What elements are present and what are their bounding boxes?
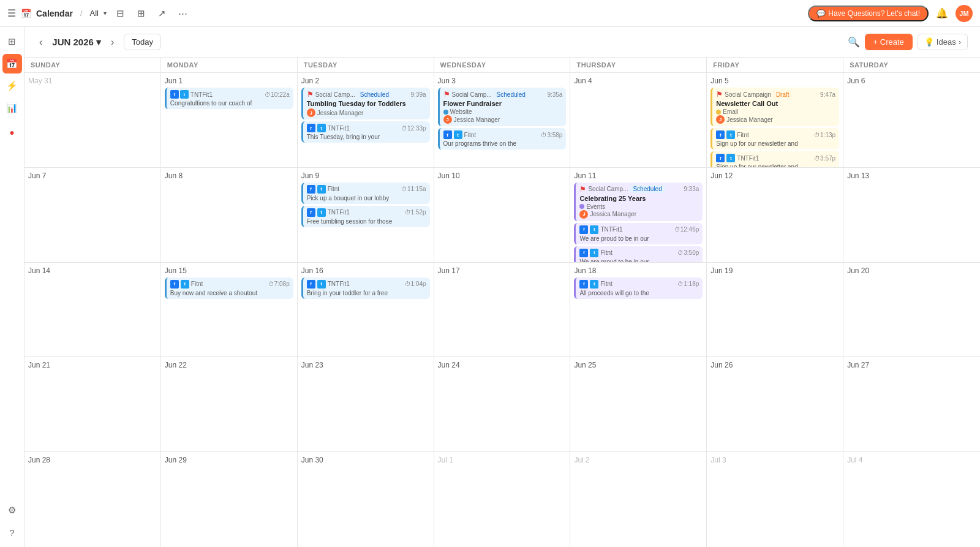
event-card[interactable]: f t Fitnt ⏱7:08p Buy now and receive a s… xyxy=(165,277,293,299)
event-card-tumbling[interactable]: ⚑ Social Camp... Scheduled 9:39a Tumblin… xyxy=(301,88,430,119)
search-button[interactable]: 🔍 xyxy=(848,36,860,48)
ideas-button[interactable]: 💡 Ideas › xyxy=(918,34,968,50)
event-platform: f t Fitnt xyxy=(170,280,203,289)
event-platform: f t Fitnt xyxy=(443,130,476,139)
event-body: We are proud to be in our xyxy=(579,258,699,262)
share-button[interactable]: ↗ xyxy=(153,5,170,22)
status-badge: Scheduled xyxy=(494,91,529,99)
cell-jun10: Jun 10 xyxy=(434,168,571,262)
event-body: Buy now and receive a shoutout xyxy=(170,290,290,296)
dot-email xyxy=(716,110,721,115)
event-card[interactable]: f t TNTFit1 ⏱10:22a Congratultions to ou… xyxy=(165,88,293,109)
breadcrumb-sep: / xyxy=(80,9,83,18)
menu-icon[interactable]: ☰ xyxy=(7,7,16,19)
prev-month-button[interactable]: ‹ xyxy=(37,34,45,50)
event-time: ⏱3:58p xyxy=(541,132,562,138)
sidebar-item-activity[interactable]: ⚡ xyxy=(2,76,22,96)
cell-jun30: Jun 30 xyxy=(298,452,434,547)
cell-jul3: Jul 3 xyxy=(707,452,843,547)
today-button[interactable]: Today xyxy=(124,34,161,50)
platform-name: TNTFit1 xyxy=(737,155,759,162)
event-time: 9:35a xyxy=(547,91,562,98)
day-headers: Sunday Monday Tuesday Wednesday Thursday… xyxy=(24,58,980,73)
event-body: This Tuesday, bring in your xyxy=(307,134,426,140)
month-title[interactable]: JUN 2026 ▾ xyxy=(52,37,101,48)
date-label: Jul 1 xyxy=(438,456,567,464)
event-card[interactable]: f t TNTFit1 ⏱12:33p This Tuesday, bring … xyxy=(301,121,430,143)
date-label: Jun 20 xyxy=(847,266,976,275)
event-header: f t TNTFit1 ⏱12:33p xyxy=(307,124,426,132)
facebook-icon: f xyxy=(307,124,315,132)
event-card-newsletter[interactable]: ⚑ Social Campaign Draft 9:47a Newsletter… xyxy=(710,88,839,126)
create-button[interactable]: + Create xyxy=(865,34,913,50)
date-label: Jun 3 xyxy=(438,77,567,85)
sidebar-item-analytics[interactable]: 📊 xyxy=(2,98,22,118)
cell-jun28: Jun 28 xyxy=(24,452,161,547)
event-card[interactable]: f t TNTFit1 ⏱12:46p We are proud to be i… xyxy=(574,223,703,244)
twitter-icon: t xyxy=(317,280,326,289)
view-button[interactable]: ⊞ xyxy=(132,5,149,22)
date-label: Jun 12 xyxy=(710,172,839,180)
event-card[interactable]: f t Fitnt ⏱3:50p We are proud to be in o… xyxy=(574,246,703,262)
event-card[interactable]: f t TNTFit1 ⏱1:04p Bring in your toddler… xyxy=(301,277,430,299)
platform-name: Fitnt xyxy=(600,281,612,287)
facebook-icon: f xyxy=(716,130,725,139)
sidebar-item-settings[interactable]: ⚙ xyxy=(2,500,22,520)
event-card[interactable]: f t Fitnt ⏱3:58p Our programs thrive on … xyxy=(438,128,567,149)
platform-name: Social Camp... xyxy=(315,91,355,98)
bell-icon[interactable]: 🔔 xyxy=(936,7,948,19)
date-label: Jun 11 xyxy=(574,172,703,180)
cell-jul1: Jul 1 xyxy=(434,452,571,547)
date-label: Jun 14 xyxy=(28,266,157,275)
week-1: May 31 Jun 1 f t TNTFit1 xyxy=(24,73,980,168)
cell-jun12: Jun 12 xyxy=(707,168,843,262)
event-platform: f t TNTFit1 xyxy=(716,154,759,162)
day-header-fri: Friday xyxy=(707,58,843,72)
event-card[interactable]: f t TNTFit1 ⏱3:57p Sign up for our newsl… xyxy=(710,151,839,167)
filter-button[interactable]: ⊟ xyxy=(111,5,129,22)
date-label: Jun 19 xyxy=(710,266,839,275)
event-time: 9:33a xyxy=(684,186,699,192)
date-label: Jun 27 xyxy=(847,361,976,369)
facebook-icon: f xyxy=(443,130,452,139)
day-header-wed: Wednesday xyxy=(434,58,571,72)
cell-jun19: Jun 19 xyxy=(707,263,843,357)
week-5: Jun 28 Jun 29 Jun 30 Jul 1 Jul 2 Jul 3 xyxy=(24,452,980,547)
sidebar-item-notifications[interactable]: ● xyxy=(2,123,22,142)
sidebar-item-calendar[interactable]: 📅 xyxy=(2,54,22,74)
event-card-flower[interactable]: ⚑ Social Camp... Scheduled 9:35a Flower … xyxy=(438,88,567,126)
cell-jun7: Jun 7 xyxy=(24,168,161,262)
date-label: Jun 25 xyxy=(574,361,703,369)
cell-jul2: Jul 2 xyxy=(570,452,707,547)
more-options-button[interactable]: ⋯ xyxy=(174,5,191,22)
chat-prompt-button[interactable]: 💬 Have Questions? Let's chat! xyxy=(808,6,929,21)
breadcrumb-chevron-icon[interactable]: ▾ xyxy=(104,10,107,17)
category-name: Website xyxy=(450,108,472,115)
event-time: ⏱7:08p xyxy=(268,281,290,287)
week-3: Jun 14 Jun 15 f t Fitnt ⏱7:08p xyxy=(24,263,980,358)
day-header-mon: Monday xyxy=(161,58,298,72)
event-header: f t Fitnt ⏱1:18p xyxy=(579,280,699,289)
next-month-button[interactable]: › xyxy=(108,34,116,50)
event-card[interactable]: f t Fitnt ⏱1:18p All proceeds will go to… xyxy=(574,277,703,299)
event-card[interactable]: f t Fitnt ⏱1:13p Sign up for our newslet… xyxy=(710,128,839,149)
date-label: Jul 2 xyxy=(574,456,703,464)
event-card-celebrating[interactable]: ⚑ Social Camp... Scheduled 9:33a Celebra… xyxy=(574,183,703,221)
event-card[interactable]: f t TNTFit1 ⏱1:52p Free tumbling session… xyxy=(301,206,430,227)
week-2: Jun 7 Jun 8 Jun 9 f t Fitnt xyxy=(24,168,980,263)
user-avatar[interactable]: JM xyxy=(956,5,973,22)
event-time: 9:47a xyxy=(820,91,835,98)
event-card[interactable]: f t Fitnt ⏱11:15a Pick up a bouquet in o… xyxy=(301,183,430,204)
calendar-main: ‹ JUN 2026 ▾ › Today 🔍 + Create 💡 Ideas … xyxy=(24,27,980,547)
cell-jun13: Jun 13 xyxy=(843,168,980,262)
sidebar-item-home[interactable]: ⊞ xyxy=(2,32,22,51)
nav-left: ☰ 📅 Calendar / All ▾ ⊟ ⊞ ↗ ⋯ xyxy=(7,5,803,22)
ideas-label: Ideas xyxy=(937,37,956,47)
twitter-icon: t xyxy=(590,280,598,289)
twitter-icon: t xyxy=(317,185,326,194)
twitter-icon: t xyxy=(317,124,326,132)
sidebar-item-help[interactable]: ? xyxy=(2,522,22,542)
cell-jun18: Jun 18 f t Fitnt ⏱1:18p All proceeds wil… xyxy=(570,263,707,357)
twitter-icon: t xyxy=(590,249,598,257)
event-subtitle: J Jessica Manager xyxy=(307,108,426,117)
